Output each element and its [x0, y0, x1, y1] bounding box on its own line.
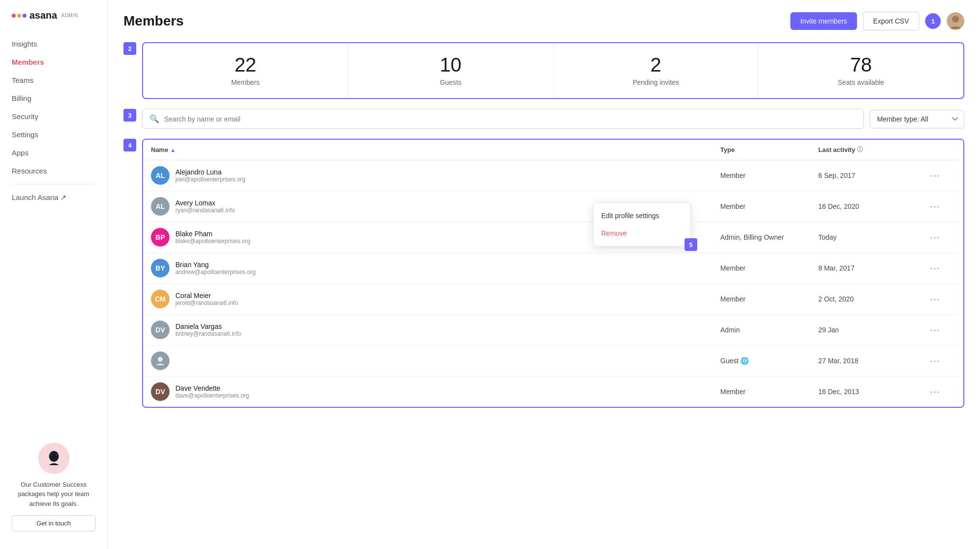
sidebar-item-apps[interactable]: Apps [0, 144, 107, 162]
table-row: AL Avery Lomax ryan@randasana6.info Memb… [143, 191, 963, 222]
sidebar-item-teams[interactable]: Teams [0, 71, 107, 89]
more-actions-button[interactable]: ··· [926, 169, 956, 183]
table-row: BP Blake Pham blake@apolloenterprises.or… [143, 222, 963, 253]
member-activity: 8 Mar, 2017 [818, 264, 926, 272]
member-name: Brian Yang [175, 261, 256, 269]
search-box: 🔍 [142, 109, 864, 129]
table-row: AL Alejandro Luna joel@apolloenterprises… [143, 160, 963, 191]
member-info [151, 351, 720, 370]
sidebar-item-security[interactable]: Security [0, 107, 107, 125]
dot-purple [23, 14, 26, 18]
search-input[interactable] [164, 115, 857, 123]
more-actions-button[interactable]: ··· [926, 354, 956, 368]
table-row-wrapper: 4 Name ▲ Type Last activity ⓘ [123, 139, 964, 408]
user-avatar[interactable] [947, 12, 964, 30]
invite-members-button[interactable]: Invite members [790, 12, 857, 30]
sidebar-bottom: Our Customer Success packages help your … [0, 435, 107, 540]
member-activity: 16 Dec, 2013 [818, 388, 926, 396]
more-actions-button[interactable]: ··· [926, 292, 956, 306]
success-description: Our Customer Success packages help your … [12, 480, 96, 509]
more-actions-button[interactable]: ··· [926, 230, 956, 245]
member-type: Guest 🌐 [720, 357, 818, 365]
member-details: Coral Meier jerold@randasana6.info [175, 292, 238, 306]
col-header-type: Type [720, 146, 818, 154]
sidebar-item-resources[interactable]: Resources [0, 162, 107, 180]
main-content: Members Invite members Export CSV 1 2 [108, 0, 980, 549]
member-type-filter[interactable]: Member type: All Member type: Member Mem… [870, 110, 964, 128]
member-details: Dave Vendette dave@apolloenterprises.org [175, 384, 249, 399]
sidebar-item-launch[interactable]: Launch Asana ↗ [0, 188, 107, 207]
stat-seats: 78 Seats available [759, 43, 963, 98]
sidebar-nav: Insights Members Teams Billing Security … [0, 35, 107, 435]
member-email: dave@apolloenterprises.org [175, 392, 249, 399]
member-email: joel@apolloenterprises.org [175, 176, 245, 183]
table-row: Guest 🌐 27 Mar, 2018 ··· [143, 346, 963, 376]
stat-guests-label: Guests [358, 78, 543, 86]
member-avatar: AL [151, 166, 170, 185]
edit-profile-menu-item[interactable]: Edit profile settings [593, 207, 690, 225]
table-header: Name ▲ Type Last activity ⓘ [143, 140, 963, 160]
logo-dots [12, 14, 26, 18]
header-actions: Invite members Export CSV 1 [790, 12, 964, 30]
member-avatar: CM [151, 290, 170, 308]
step-badge-4: 4 [123, 139, 136, 151]
member-name: Coral Meier [175, 292, 238, 299]
sidebar-item-insights[interactable]: Insights [0, 35, 107, 53]
more-actions-button[interactable]: ··· [926, 323, 956, 337]
success-avatar [38, 443, 70, 474]
sidebar: asana ADMIN Insights Members Teams Billi… [0, 0, 108, 549]
col-name-label: Name [151, 146, 168, 153]
member-details: Daniela Vargas britney@randasana6.info [175, 323, 241, 337]
get-in-touch-button[interactable]: Get in touch [12, 515, 96, 531]
member-name: Avery Lomax [175, 199, 235, 207]
member-name: Alejandro Luna [175, 168, 245, 176]
member-details: Alejandro Luna joel@apolloenterprises.or… [175, 168, 245, 183]
members-table: Name ▲ Type Last activity ⓘ [142, 139, 964, 408]
sidebar-item-settings[interactable]: Settings [0, 125, 107, 144]
stats-card: 22 Members 10 Guests 2 Pending invites 7… [142, 42, 964, 99]
success-card: Our Customer Success packages help your … [12, 443, 96, 532]
member-info: DV Daniela Vargas britney@randasana6.inf… [151, 321, 720, 339]
member-avatar: AL [151, 197, 170, 216]
remove-member-menu-item[interactable]: Remove [593, 225, 690, 242]
page-header: Members Invite members Export CSV 1 [123, 12, 964, 30]
page-title: Members [123, 13, 184, 29]
more-actions-button[interactable]: ··· [926, 261, 956, 275]
step-badge-2: 2 [123, 42, 136, 55]
member-name: Blake Pham [175, 230, 250, 238]
more-actions-button[interactable]: ··· [926, 200, 956, 214]
member-email: blake@apolloenterprises.org [175, 238, 250, 245]
member-activity: 6 Sep, 2017 [818, 172, 926, 179]
member-email: jerold@randasana6.info [175, 299, 238, 306]
svg-point-5 [952, 16, 959, 23]
col-header-name[interactable]: Name ▲ [151, 146, 720, 154]
stats-row: 2 22 Members 10 Guests 2 Pending invites… [123, 42, 964, 99]
more-actions-button[interactable]: ··· [926, 385, 956, 399]
default-avatar-icon [155, 355, 166, 366]
table-row: BY Brian Yang andrew@apolloenterprises.o… [143, 253, 963, 284]
member-type: Admin [720, 326, 818, 334]
notification-badge[interactable]: 1 [925, 13, 941, 29]
member-details: Avery Lomax ryan@randasana6.info [175, 199, 235, 214]
search-area: 🔍 Member type: All Member type: Member M… [142, 109, 964, 129]
member-avatar [151, 351, 170, 370]
col-type-label: Type [720, 146, 735, 153]
admin-badge: ADMIN [61, 13, 78, 18]
member-details: Brian Yang andrew@apolloenterprises.org [175, 261, 256, 275]
member-type: Member [720, 202, 818, 210]
stat-seats-number: 78 [768, 55, 954, 75]
sidebar-item-billing[interactable]: Billing [0, 89, 107, 107]
svg-point-6 [158, 357, 163, 362]
member-name: Dave Vendette [175, 384, 249, 392]
sidebar-item-members[interactable]: Members [0, 53, 107, 71]
sort-asc-icon: ▲ [170, 147, 175, 153]
step-badge-3: 3 [123, 109, 136, 122]
export-csv-button[interactable]: Export CSV [863, 12, 919, 30]
member-email: ryan@randasana6.info [175, 207, 235, 214]
table-row: DV Daniela Vargas britney@randasana6.inf… [143, 315, 963, 346]
member-info: CM Coral Meier jerold@randasana6.info [151, 290, 720, 308]
asana-logo: asana ADMIN [12, 10, 78, 21]
stat-guests: 10 Guests [348, 43, 554, 98]
col-header-activity[interactable]: Last activity ⓘ [818, 146, 926, 154]
table-row: DV Dave Vendette dave@apolloenterprises.… [143, 376, 963, 407]
